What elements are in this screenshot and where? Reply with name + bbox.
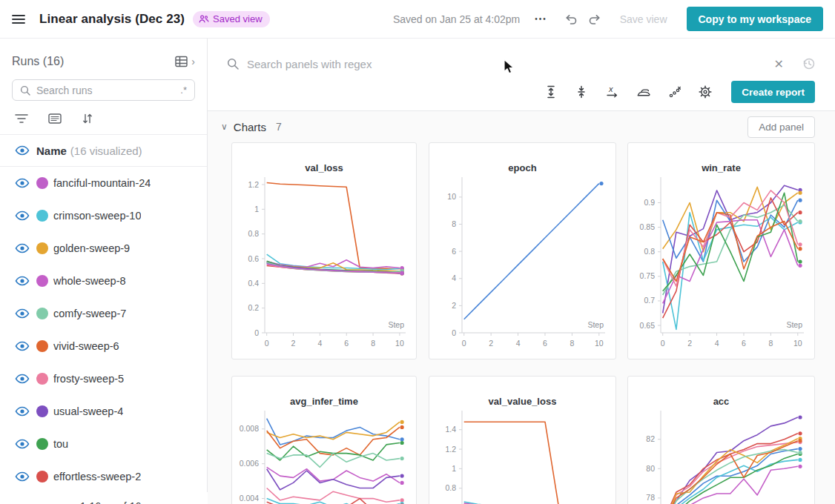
run-name[interactable]: usual-sweep-4 xyxy=(53,405,123,417)
settings-gear-icon[interactable] xyxy=(699,85,712,99)
outliers-icon[interactable] xyxy=(668,85,681,99)
expand-table-button[interactable]: › xyxy=(175,56,195,67)
charts-section-label[interactable]: Charts xyxy=(234,121,266,133)
svg-text:82: 82 xyxy=(646,434,655,443)
run-name[interactable]: effortless-sweep-2 xyxy=(53,471,141,483)
svg-text:80: 80 xyxy=(646,464,655,473)
svg-text:8: 8 xyxy=(371,339,375,348)
run-row[interactable]: fanciful-mountain-24 xyxy=(0,167,207,199)
save-view-button[interactable]: Save view xyxy=(620,13,667,25)
eye-icon[interactable] xyxy=(15,210,30,221)
eye-icon[interactable] xyxy=(15,341,30,351)
chart-panel-val-loss[interactable]: val_loss00.20.40.60.811.20246810Step xyxy=(231,142,417,359)
svg-text:0.006: 0.006 xyxy=(240,459,259,468)
page-range-selector[interactable]: 1-16 xyxy=(80,500,101,504)
chevron-down-icon[interactable]: ∨ xyxy=(221,122,228,132)
undo-icon[interactable] xyxy=(564,13,578,26)
eye-icon[interactable] xyxy=(15,145,30,156)
table-chevron-icon: › xyxy=(191,56,195,67)
search-runs-input[interactable] xyxy=(36,84,174,96)
runs-header: Runs (16) › xyxy=(12,55,195,68)
chart-panel-val-value-loss[interactable]: val_value_loss0.811.21.40246810Step xyxy=(429,376,616,504)
sort-icon[interactable] xyxy=(82,113,93,125)
run-name[interactable]: frosty-sweep-5 xyxy=(53,373,124,385)
val-loss-chart: val_loss00.20.40.60.811.20246810Step xyxy=(232,143,416,359)
run-row[interactable]: usual-sweep-4 xyxy=(0,395,207,428)
create-report-button[interactable]: Create report xyxy=(731,81,815,103)
expand-panels-icon[interactable] xyxy=(544,85,558,99)
run-color-dot xyxy=(36,308,48,319)
smoothing-iron-icon[interactable] xyxy=(636,85,651,99)
svg-text:0: 0 xyxy=(452,328,456,337)
copy-to-workspace-button[interactable]: Copy to my workspace xyxy=(687,7,824,31)
eye-icon[interactable] xyxy=(15,308,30,319)
svg-text:val_value_loss: val_value_loss xyxy=(488,396,556,407)
svg-text:0.9: 0.9 xyxy=(644,198,655,207)
run-row[interactable]: tou xyxy=(0,428,207,460)
svg-text:Step: Step xyxy=(786,320,802,329)
regex-toggle[interactable]: .* xyxy=(180,84,187,96)
eye-icon[interactable] xyxy=(15,276,30,286)
chart-panel-win-rate[interactable]: win_rate0.650.70.750.80.850.90246810Step xyxy=(627,142,815,359)
run-name[interactable]: tou xyxy=(53,438,68,450)
svg-text:0.4: 0.4 xyxy=(248,279,259,288)
svg-text:0.004: 0.004 xyxy=(240,494,259,503)
eye-icon[interactable] xyxy=(15,439,30,449)
saved-status-text: Saved on Jan 25 at 4:02pm xyxy=(393,13,520,25)
run-row[interactable]: whole-sweep-8 xyxy=(0,265,207,297)
eye-icon[interactable] xyxy=(15,178,30,188)
svg-text:0.8: 0.8 xyxy=(445,483,456,492)
filter-icon[interactable] xyxy=(15,113,28,124)
svg-text:0.7: 0.7 xyxy=(644,296,655,305)
eye-icon[interactable] xyxy=(15,471,30,482)
history-icon[interactable] xyxy=(802,57,816,70)
overflow-menu-icon[interactable]: ••• xyxy=(535,15,547,23)
eye-icon[interactable] xyxy=(15,243,30,253)
prev-page-icon[interactable]: ‹ xyxy=(154,499,159,504)
svg-text:1.2: 1.2 xyxy=(445,445,456,454)
charts-section-header: ∨ Charts 7 Add panel xyxy=(208,111,835,142)
run-row[interactable]: vivid-sweep-6 xyxy=(0,330,207,362)
run-name[interactable]: fanciful-mountain-24 xyxy=(53,177,151,189)
run-name[interactable]: vivid-sweep-6 xyxy=(53,340,119,352)
runs-list: fanciful-mountain-24crimson-sweep-10gold… xyxy=(0,167,207,493)
run-row[interactable]: effortless-sweep-2 xyxy=(0,460,207,493)
svg-text:0.85: 0.85 xyxy=(640,222,656,231)
redo-icon[interactable] xyxy=(588,13,602,26)
chart-panel-epoch[interactable]: epoch02468100246810Step xyxy=(429,142,616,359)
search-panels-input[interactable] xyxy=(247,58,766,70)
svg-text:0.6: 0.6 xyxy=(248,254,259,263)
run-name[interactable]: comfy-sweep-7 xyxy=(53,308,126,319)
svg-text:win_rate: win_rate xyxy=(701,162,741,173)
run-row[interactable]: golden-sweep-9 xyxy=(0,232,207,265)
next-page-icon[interactable]: › xyxy=(172,499,176,504)
collapse-panels-icon[interactable] xyxy=(575,85,588,99)
run-row[interactable]: comfy-sweep-7 xyxy=(0,297,207,330)
group-icon[interactable] xyxy=(48,113,62,124)
run-color-dot xyxy=(36,438,48,450)
name-column-label[interactable]: Name xyxy=(36,145,67,157)
svg-text:78: 78 xyxy=(646,493,655,502)
run-name[interactable]: whole-sweep-8 xyxy=(53,275,126,287)
chart-panel-avg-infer-time[interactable]: avg_infer_time0.0040.0060.0080246810Step xyxy=(231,376,417,504)
val-value-loss-chart: val_value_loss0.811.21.40246810Step xyxy=(429,377,615,504)
run-name[interactable]: crimson-sweep-10 xyxy=(53,210,141,222)
close-icon[interactable]: ✕ xyxy=(774,57,784,71)
x-axis-settings-icon[interactable]: x xyxy=(605,85,619,99)
run-name[interactable]: golden-sweep-9 xyxy=(53,242,130,254)
run-row[interactable]: frosty-sweep-5 xyxy=(0,362,207,395)
svg-text:10: 10 xyxy=(793,339,802,348)
chart-panel-acc[interactable]: acc7880820246810Step xyxy=(627,376,815,504)
run-row[interactable]: crimson-sweep-10 xyxy=(0,199,207,232)
eye-icon[interactable] xyxy=(15,374,30,384)
page-title: Linear analysis (Dec 23) xyxy=(39,12,185,27)
svg-text:0.2: 0.2 xyxy=(248,303,259,312)
svg-text:2: 2 xyxy=(452,301,456,310)
visualized-count-label: (16 visualized) xyxy=(70,145,142,157)
svg-text:2: 2 xyxy=(291,339,296,348)
eye-icon[interactable] xyxy=(15,406,30,417)
svg-text:10: 10 xyxy=(594,339,603,348)
workspace-toolbar-area: ✕ x xyxy=(208,39,835,108)
add-panel-button[interactable]: Add panel xyxy=(747,116,815,138)
menu-icon[interactable] xyxy=(10,11,27,27)
